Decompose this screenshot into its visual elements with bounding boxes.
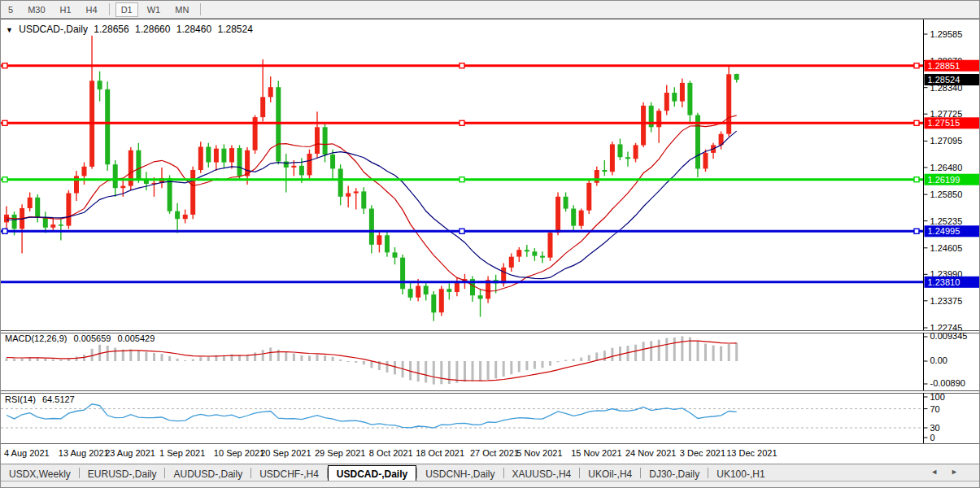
timeframe-button-h4[interactable]: H4 xyxy=(81,2,103,17)
main-price-chart: 1.295851.289701.283401.277251.270951.264… xyxy=(1,20,980,330)
ohlc-high: 1.28660 xyxy=(135,24,170,35)
candle-body xyxy=(28,198,33,208)
symbol-dropdown-icon[interactable]: ▼ xyxy=(6,26,13,34)
price-tick-label: 1.25850 xyxy=(930,190,963,199)
candle-body xyxy=(586,183,591,211)
line-handle[interactable] xyxy=(460,177,464,182)
line-handle[interactable] xyxy=(2,120,7,125)
timeframe-button-d1[interactable]: D1 xyxy=(115,2,138,17)
timeframe-button-m30[interactable]: M30 xyxy=(22,2,50,17)
timeframe-toolbar: 5M30H1H4D1W1MN xyxy=(1,1,980,19)
macd-histogram xyxy=(6,336,738,384)
macd-histogram-bar xyxy=(712,346,715,361)
chart-tab-eurusd-[interactable]: EURUSD-,Daily xyxy=(80,466,165,481)
candle-body xyxy=(330,155,335,168)
chart-tab-audusd-[interactable]: AUDUSD-,Daily xyxy=(165,466,250,481)
hline-price-label-text: 1.23810 xyxy=(928,277,960,287)
macd-histogram-bar xyxy=(681,336,683,361)
line-handle[interactable] xyxy=(2,229,7,233)
price-tick-label: 1.23375 xyxy=(930,296,963,306)
candle-body xyxy=(377,235,381,245)
macd-histogram-bar xyxy=(611,348,613,361)
macd-histogram-bar xyxy=(355,361,357,363)
line-handle[interactable] xyxy=(2,63,7,68)
candle-body xyxy=(198,147,203,171)
macd-histogram-bar xyxy=(308,355,311,361)
candle-body xyxy=(105,89,110,164)
candle-body xyxy=(548,233,553,258)
macd-histogram-bar xyxy=(573,359,575,361)
date-label: 5 Nov 2021 xyxy=(516,448,562,458)
chart-tab-dj30-[interactable]: DJ30-,Daily xyxy=(641,466,708,481)
macd-histogram-bar xyxy=(503,361,505,377)
macd-histogram-bar xyxy=(394,361,396,374)
price-tick-label: 1.29585 xyxy=(930,29,963,39)
candle-body xyxy=(400,258,405,290)
candle-body xyxy=(245,150,250,176)
candle-body xyxy=(618,144,623,157)
line-handle[interactable] xyxy=(2,177,7,182)
macd-histogram-bar xyxy=(277,350,280,361)
chart-title-symbol: USDCAD-,Daily xyxy=(19,24,88,35)
line-handle[interactable] xyxy=(914,63,919,68)
macd-histogram-bar xyxy=(293,354,295,362)
date-label: 8 Oct 2021 xyxy=(369,448,413,458)
macd-indicator-label: MACD(12,26,9) 0.005659 0.005429 xyxy=(5,333,159,343)
date-label: 10 Sep 2021 xyxy=(214,448,264,458)
candle-body xyxy=(82,167,87,176)
candle-body xyxy=(206,147,211,163)
chart-tab-usdchf-[interactable]: USDCHF-,H4 xyxy=(251,466,327,481)
rsi-panel: 10070300 xyxy=(1,393,980,443)
macd-histogram-bar xyxy=(588,355,590,362)
chart-tab-usdcnh-[interactable]: USDCNH-,Daily xyxy=(417,466,503,481)
candle-body xyxy=(175,211,180,220)
timeframe-button-5[interactable]: 5 xyxy=(2,2,19,17)
macd-histogram-bar xyxy=(363,361,365,364)
candle-body xyxy=(525,250,529,251)
candle-body xyxy=(408,289,413,298)
timeframe-button-h1[interactable]: H1 xyxy=(54,2,77,17)
date-label: 18 Oct 2021 xyxy=(416,448,464,458)
candle-body xyxy=(307,154,312,175)
macd-histogram-bar xyxy=(549,361,551,366)
macd-histogram-bar xyxy=(192,359,194,361)
candle-body xyxy=(291,166,296,168)
macd-histogram-bar xyxy=(370,361,372,368)
line-handle[interactable] xyxy=(914,229,919,233)
timeframe-button-mn[interactable]: MN xyxy=(169,2,194,17)
macd-histogram-bar xyxy=(199,357,202,361)
candle-body xyxy=(369,209,374,245)
candle-body xyxy=(516,250,521,256)
candle-body xyxy=(338,169,343,197)
chart-tab-xauusd-[interactable]: XAUUSD-,H4 xyxy=(504,466,580,481)
date-label: 29 Sep 2021 xyxy=(315,448,365,458)
line-handle[interactable] xyxy=(460,229,464,233)
date-axis: 4 Aug 202113 Aug 202123 Aug 20211 Sep 20… xyxy=(1,446,980,464)
timeframe-button-w1[interactable]: W1 xyxy=(142,2,167,17)
candle-body xyxy=(571,209,576,226)
candle-body xyxy=(136,150,141,180)
candle-body xyxy=(446,289,451,292)
chart-tab-uk100-[interactable]: UK100-,H1 xyxy=(708,466,773,481)
macd-histogram-bar xyxy=(300,355,303,361)
macd-histogram-bar xyxy=(448,361,451,384)
macd-histogram-bar xyxy=(21,359,24,361)
macd-histogram-bar xyxy=(153,353,155,361)
line-handle[interactable] xyxy=(460,120,464,125)
chart-tab-usdx[interactable]: USDX,Weekly xyxy=(1,466,79,481)
candle-body xyxy=(509,257,514,268)
candle-body xyxy=(98,81,102,89)
macd-histogram-bar xyxy=(704,344,707,362)
macd-histogram-bar xyxy=(386,361,389,373)
line-handle[interactable] xyxy=(460,63,464,68)
candle-body xyxy=(431,294,436,312)
rsi-tick-label: 30 xyxy=(930,423,940,433)
price-tick-label: 1.24605 xyxy=(930,243,963,253)
macd-histogram-bar xyxy=(324,355,326,361)
chart-tab-usdcad-[interactable]: USDCAD-,Daily xyxy=(328,465,416,481)
line-handle[interactable] xyxy=(914,120,919,125)
candle-body xyxy=(168,178,172,211)
macd-histogram-bar xyxy=(161,354,163,361)
line-handle[interactable] xyxy=(914,177,919,182)
chart-tab-ukoil-[interactable]: UKOil-,H4 xyxy=(580,466,640,481)
